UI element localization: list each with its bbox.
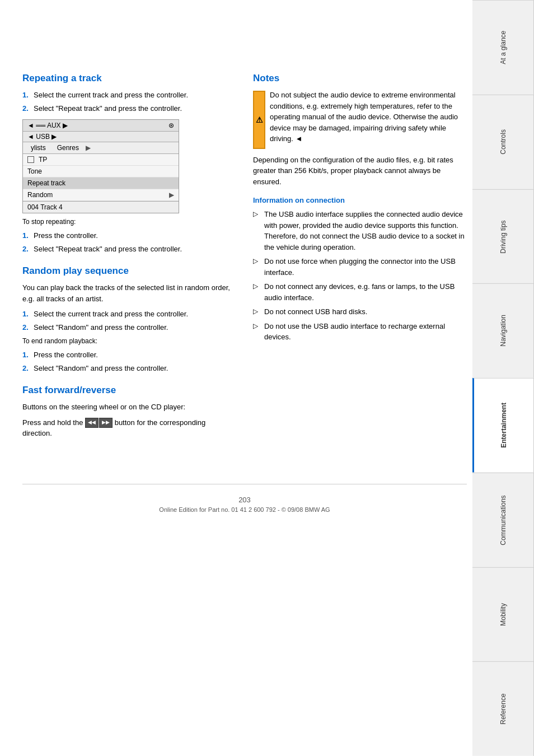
fast-forward-section: Fast forward/reverse Buttons on the stee… bbox=[22, 385, 236, 439]
ui-tab-genres: Genres bbox=[53, 143, 83, 152]
fast-forward-icon: ◀◀ ▶▶ bbox=[85, 418, 113, 428]
connection-title: Information on connection bbox=[253, 196, 467, 204]
ui-tab-playlists: ylists bbox=[26, 143, 50, 152]
fast-forward-text2: Press and hold the ◀◀ ▶▶ button for the … bbox=[22, 417, 236, 439]
side-tab-entertainment[interactable]: Entertainment bbox=[472, 378, 534, 473]
random-arrow-icon: ▶ bbox=[169, 191, 174, 199]
warning-icon: ⚠ bbox=[253, 91, 265, 149]
repeating-track-section: Repeating a track 1. Select the current … bbox=[22, 73, 236, 254]
list-item: ▷ The USB audio interface supplies the c… bbox=[253, 209, 467, 253]
bullet-arrow-icon: ▷ bbox=[253, 281, 261, 303]
copyright-text: Online Edition for Part no. 01 41 2 600 … bbox=[22, 506, 467, 513]
list-item: ▷ Do not use force when plugging the con… bbox=[253, 256, 467, 278]
notes-section: Notes ⚠ Do not subject the audio device … bbox=[253, 73, 467, 343]
bullet-arrow-icon: ▷ bbox=[253, 306, 261, 318]
side-tab-mobility[interactable]: Mobility bbox=[472, 567, 534, 662]
list-item: 1. Press the controller. bbox=[22, 230, 236, 241]
fast-forward-title: Fast forward/reverse bbox=[22, 385, 236, 396]
rewind-button-icon: ◀◀ bbox=[85, 418, 99, 428]
ui-second-bar: ◄ USB ▶ bbox=[23, 132, 179, 142]
random-play-title: Random play sequence bbox=[22, 265, 236, 277]
list-item: 2. Select "Repeat track" and press the c… bbox=[22, 244, 236, 255]
notes-para2: Depending on the configuration of the au… bbox=[253, 155, 467, 188]
list-item: 2. Select "Repeat track" and press the c… bbox=[22, 103, 236, 114]
ui-menu-repeat-track: Repeat track bbox=[23, 178, 179, 189]
bullet-arrow-icon: ▷ bbox=[253, 256, 261, 278]
random-play-steps: 1. Select the current track and press th… bbox=[22, 309, 236, 333]
ui-screen-mockup: ◄ ══ AUX ▶ ⊛ ◄ USB ▶ ylists Genres ▶ T bbox=[22, 119, 179, 213]
end-random-steps: 1. Press the controller. 2. Select "Rand… bbox=[22, 349, 236, 374]
main-content: Repeating a track 1. Select the current … bbox=[22, 0, 467, 484]
side-tabs: At a glance Controls Driving tips Naviga… bbox=[472, 0, 534, 756]
ui-tab-arrow: ▶ bbox=[86, 144, 91, 152]
fast-forward-text1: Buttons on the steering wheel or on the … bbox=[22, 402, 236, 413]
bullet-arrow-icon: ▷ bbox=[253, 321, 261, 343]
list-item: 1. Select the current track and press th… bbox=[22, 90, 236, 101]
list-item: ▷ Do not connect any devices, e.g. fans … bbox=[253, 281, 467, 303]
two-column-layout: Repeating a track 1. Select the current … bbox=[22, 73, 467, 450]
ui-menu-track: 004 Track 4 bbox=[23, 201, 179, 213]
connection-bullets: ▷ The USB audio interface supplies the c… bbox=[253, 209, 467, 343]
forward-button-icon: ▶▶ bbox=[99, 418, 113, 428]
ui-menu-random: Random ▶ bbox=[23, 189, 179, 201]
ui-checkbox-tp bbox=[27, 156, 34, 163]
ui-menu-tone: Tone bbox=[23, 166, 179, 178]
right-column: Notes ⚠ Do not subject the audio device … bbox=[253, 73, 467, 450]
side-tab-at-a-glance[interactable]: At a glance bbox=[472, 0, 534, 95]
ui-top-bar: ◄ ══ AUX ▶ ⊛ bbox=[23, 120, 179, 132]
repeating-track-title: Repeating a track bbox=[22, 73, 236, 84]
side-tab-communications[interactable]: Communications bbox=[472, 473, 534, 567]
notes-title: Notes bbox=[253, 73, 467, 84]
side-tab-driving-tips[interactable]: Driving tips bbox=[472, 189, 534, 284]
list-item: ▷ Do not use the USB audio interface to … bbox=[253, 321, 467, 343]
random-play-intro: You can play back the tracks of the sele… bbox=[22, 282, 236, 304]
list-item: 2. Select "Random" and press the control… bbox=[22, 363, 236, 374]
list-item: ▷ Do not connect USB hard disks. bbox=[253, 306, 467, 318]
ui-menu-tp: TP bbox=[23, 154, 179, 166]
page-footer: 203 Online Edition for Part no. 01 41 2 … bbox=[22, 484, 467, 524]
page-number: 203 bbox=[22, 496, 467, 504]
list-item: 2. Select "Random" and press the control… bbox=[22, 322, 236, 333]
side-tab-controls[interactable]: Controls bbox=[472, 95, 534, 189]
list-item: 1. Select the current track and press th… bbox=[22, 309, 236, 320]
ui-tabs-row: ylists Genres ▶ bbox=[23, 142, 179, 154]
stop-repeating-caption: To stop repeating: bbox=[22, 218, 236, 226]
warning-text: Do not subject the audio device to extre… bbox=[270, 90, 467, 144]
bullet-arrow-icon: ▷ bbox=[253, 209, 261, 253]
end-random-caption: To end random playback: bbox=[22, 337, 236, 345]
left-column: Repeating a track 1. Select the current … bbox=[22, 73, 236, 450]
warning-box: ⚠ Do not subject the audio device to ext… bbox=[253, 90, 467, 149]
list-item: 1. Press the controller. bbox=[22, 349, 236, 361]
repeating-track-steps: 1. Select the current track and press th… bbox=[22, 90, 236, 114]
side-tab-reference[interactable]: Reference bbox=[472, 661, 534, 756]
random-play-section: Random play sequence You can play back t… bbox=[22, 265, 236, 374]
stop-repeating-steps: 1. Press the controller. 2. Select "Repe… bbox=[22, 230, 236, 254]
side-tab-navigation[interactable]: Navigation bbox=[472, 283, 534, 378]
